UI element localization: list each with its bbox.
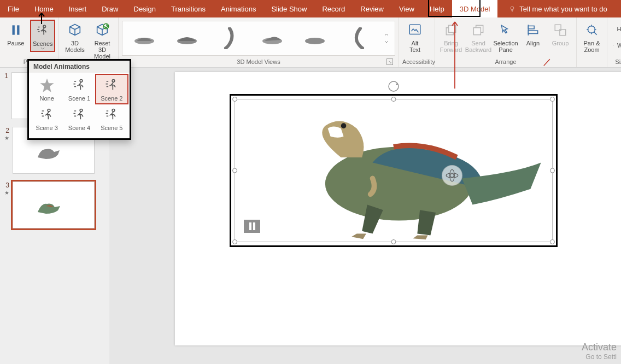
ribbon-group-accessibility: Alt Text Accessibility	[399, 17, 435, 67]
scene-3[interactable]: Scene 3	[31, 104, 62, 133]
view-thumb[interactable]	[341, 26, 374, 51]
pause-button[interactable]: Pause	[3, 20, 28, 48]
scene-3-label: Scene 3	[36, 125, 57, 131]
height-icon	[613, 25, 613, 33]
bring-forward-icon	[442, 21, 460, 39]
scenes-button[interactable]: Scenes	[30, 20, 55, 52]
orbit-icon	[445, 168, 459, 183]
resize-handle[interactable]	[391, 239, 396, 244]
slide-thumb-3[interactable]: 3★	[4, 181, 105, 228]
running-figure-icon	[69, 106, 89, 124]
scene-1[interactable]: Scene 1	[63, 75, 95, 103]
align-icon	[524, 21, 542, 39]
gallery-scroll-icon[interactable]	[384, 27, 389, 49]
view-thumb[interactable]	[298, 26, 331, 51]
tab-transitions[interactable]: Transitions	[163, 0, 213, 17]
windows-activate-watermark: Activate Go to Setti	[582, 342, 617, 361]
svg-point-0	[511, 7, 514, 10]
tell-me-search[interactable]: Tell me what you want to do	[508, 5, 607, 13]
view-thumb[interactable]	[256, 26, 289, 51]
scene-5-label: Scene 5	[101, 125, 122, 131]
scenes-label: Scenes	[33, 40, 53, 47]
slide-number: 3	[5, 181, 9, 189]
resize-handle[interactable]	[232, 239, 237, 244]
height-field[interactable]: Heig	[611, 23, 621, 35]
scene-5[interactable]: Scene 5	[96, 104, 127, 133]
svg-point-8	[305, 38, 325, 44]
svg-point-3	[43, 25, 45, 27]
align-button[interactable]: Align	[520, 20, 546, 48]
tab-review[interactable]: Review	[353, 0, 391, 17]
dinosaur-icon	[35, 144, 62, 160]
scene-2[interactable]: Scene 2	[96, 75, 127, 103]
tab-file[interactable]: File	[0, 0, 27, 17]
svg-rect-9	[409, 25, 420, 34]
svg-point-26	[341, 123, 347, 128]
selection-pane-button[interactable]: Selection Pane	[493, 20, 518, 55]
tab-3d-model[interactable]: 3D Model	[452, 0, 498, 17]
pan-zoom-button[interactable]: Pan & Zoom	[580, 20, 604, 55]
send-backward-label: Send Backward	[465, 40, 491, 53]
alt-text-label: Alt Text	[409, 40, 420, 53]
slide-canvas[interactable]: Activate Go to Setti	[109, 68, 621, 364]
3d-models-button[interactable]: 3D Models	[62, 20, 87, 55]
group-label-accessibility: Accessibility	[402, 58, 431, 66]
view-thumb[interactable]	[128, 26, 161, 51]
resize-handle[interactable]	[550, 97, 555, 102]
play-pause-overlay[interactable]	[244, 220, 260, 233]
group-label-arrange: Arrange ／	[438, 58, 573, 66]
tab-animations[interactable]: Animations	[213, 0, 263, 17]
bring-forward-button[interactable]: Bring Forward	[438, 20, 464, 55]
svg-point-23	[112, 109, 115, 112]
running-figure-icon	[102, 106, 121, 124]
svg-point-21	[48, 109, 50, 112]
group-icon	[552, 21, 569, 39]
group-button[interactable]: Group	[548, 20, 573, 48]
reset-3d-button[interactable]: Reset 3D Model	[90, 20, 115, 61]
tab-insert[interactable]: Insert	[61, 0, 95, 17]
dialog-launcher-icon[interactable]: ↘	[386, 58, 393, 65]
tab-draw[interactable]: Draw	[94, 0, 126, 17]
alt-text-button[interactable]: Alt Text	[402, 20, 427, 55]
scene-2-label: Scene 2	[101, 95, 122, 102]
rotate-handle-icon[interactable]	[387, 80, 400, 93]
tab-slideshow[interactable]: Slide Show	[263, 0, 314, 17]
ribbon-group-arrange: Bring Forward Send Backward Selection Pa…	[435, 17, 577, 67]
width-icon	[613, 41, 614, 50]
resize-handle[interactable]	[550, 168, 555, 173]
running-figure-icon	[69, 77, 89, 94]
3d-models-label: 3D Models	[65, 40, 84, 53]
tab-record[interactable]: Record	[314, 0, 353, 17]
tab-help[interactable]: Help	[422, 0, 452, 17]
reset-3d-label: Reset 3D Model	[91, 40, 113, 60]
ribbon-tabstrip: File Home Insert Draw Design Transitions…	[0, 0, 621, 17]
scene-none[interactable]: None	[31, 75, 62, 103]
scene-1-label: Scene 1	[68, 95, 90, 102]
dinosaur-model	[235, 99, 552, 242]
3d-rotate-handle[interactable]	[442, 165, 462, 186]
selection-pane-icon	[497, 21, 514, 39]
send-backward-button[interactable]: Send Backward	[466, 20, 491, 55]
resize-handle[interactable]	[391, 97, 396, 102]
tab-view[interactable]: View	[391, 0, 422, 17]
pan-zoom-icon	[583, 21, 601, 39]
width-field[interactable]: Widt	[611, 39, 621, 51]
watermark-title: Activate	[582, 342, 617, 353]
view-thumb[interactable]	[213, 26, 246, 51]
tab-design[interactable]: Design	[126, 0, 163, 17]
scene-4-label: Scene 4	[68, 125, 90, 131]
ribbon-group-views: 3D Model Views ↘	[119, 17, 399, 67]
scene-4[interactable]: Scene 4	[63, 104, 95, 133]
watermark-sub: Go to Setti	[582, 353, 617, 361]
ribbon-group-panzoom: Pan & Zoom	[577, 17, 607, 67]
resize-handle[interactable]	[232, 168, 237, 173]
resize-handle[interactable]	[550, 239, 555, 244]
pause-label: Pause	[7, 40, 24, 46]
3d-views-gallery[interactable]	[122, 21, 395, 56]
view-thumb[interactable]	[171, 26, 203, 51]
resize-handle[interactable]	[232, 97, 237, 102]
tell-me-label: Tell me what you want to do	[519, 5, 607, 13]
tab-home[interactable]: Home	[27, 0, 61, 17]
3d-model-object[interactable]	[230, 94, 558, 247]
group-btn-label: Group	[552, 40, 569, 46]
